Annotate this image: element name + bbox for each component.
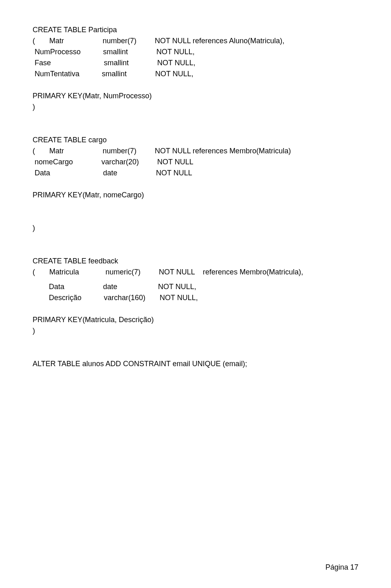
blank-line [33, 234, 358, 245]
sql-line: CREATE TABLE Participa [33, 24, 358, 35]
sql-line: ) [33, 325, 358, 336]
sql-line: ( Matr number(7) NOT NULL references Alu… [33, 35, 358, 46]
sql-line: ) [33, 223, 358, 234]
sql-line: Fase smallint NOT NULL, [33, 57, 358, 69]
sql-line: PRIMARY KEY(Matr, nomeCargo) [33, 190, 358, 201]
blank-line [33, 278, 358, 281]
sql-line: CREATE TABLE cargo [33, 135, 358, 146]
blank-line [33, 113, 358, 124]
blank-line [33, 245, 358, 256]
page-number: Página 17 [325, 563, 358, 572]
sql-line: ALTER TABLE alunos ADD CONSTRAINT email … [33, 358, 358, 369]
sql-line: ( Matr number(7) NOT NULL references Mem… [33, 146, 358, 157]
sql-line: ( Matricula numeric(7) NOT NULL referenc… [33, 267, 358, 278]
sql-line: NumTentativa smallint NOT NULL, [33, 69, 358, 80]
blank-line [33, 124, 358, 135]
sql-line: Data date NOT NULL, [33, 281, 358, 292]
blank-line [33, 336, 358, 347]
blank-line [33, 212, 358, 223]
sql-line: PRIMARY KEY(Matr, NumProcesso) [33, 91, 358, 102]
sql-line: Data date NOT NULL [33, 168, 358, 179]
sql-line: ) [33, 102, 358, 113]
sql-line: Descrição varchar(160) NOT NULL, [33, 292, 358, 303]
sql-line: nomeCargo varchar(20) NOT NULL [33, 157, 358, 168]
sql-line: PRIMARY KEY(Matricula, Descrição) [33, 314, 358, 325]
blank-line [33, 179, 358, 190]
blank-line [33, 201, 358, 212]
sql-line: NumProcesso smallint NOT NULL, [33, 46, 358, 57]
sql-line: CREATE TABLE feedback [33, 256, 358, 267]
blank-line [33, 347, 358, 358]
blank-line [33, 303, 358, 314]
blank-line [33, 80, 358, 91]
